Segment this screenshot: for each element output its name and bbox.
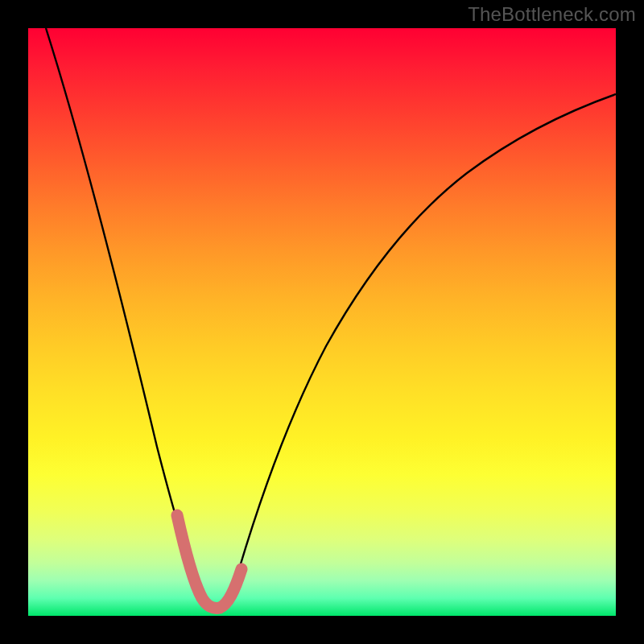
watermark-text: TheBottleneck.com xyxy=(468,3,636,26)
curve-layer xyxy=(28,28,616,616)
plot-area xyxy=(28,28,616,616)
trough-highlight xyxy=(177,515,242,609)
bottleneck-curve xyxy=(46,28,616,606)
chart-frame: TheBottleneck.com xyxy=(0,0,644,644)
